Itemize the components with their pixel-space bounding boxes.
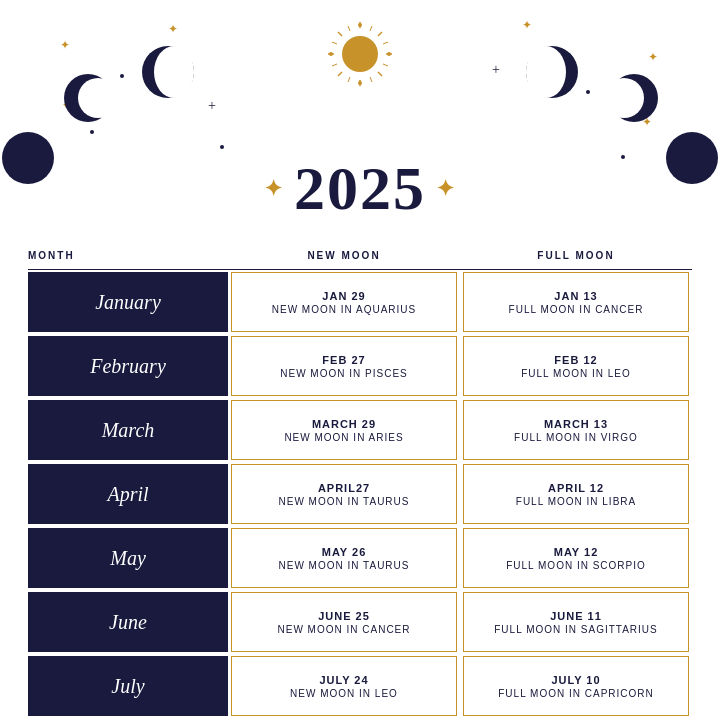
month-cell: June [28,592,228,652]
month-cell: May [28,528,228,588]
new-moon-date: APRIL27 [318,482,370,494]
full-moon-date: JAN 13 [554,290,597,302]
new-moon-cell: MAY 26 NEW MOON IN TAURUS [231,528,457,588]
new-moon-cell: APRIL27 NEW MOON IN TAURUS [231,464,457,524]
full-moon-sign: FULL MOON IN CANCER [509,304,644,315]
col-new-moon: NEW MOON [228,250,460,261]
full-moon-cell: APRIL 12 FULL MOON IN LIBRA [463,464,689,524]
svg-line-12 [378,72,382,76]
new-moon-sign: NEW MOON IN LEO [290,688,398,699]
new-moon-cell: JUNE 25 NEW MOON IN CANCER [231,592,457,652]
new-moon-sign: NEW MOON IN PISCES [280,368,407,379]
svg-point-23 [358,81,362,85]
full-moon-date: JUNE 11 [550,610,602,622]
month-cell: January [28,272,228,332]
title-dot-left: ✦ [264,176,284,202]
svg-point-0 [2,132,54,184]
svg-line-19 [348,77,350,82]
svg-line-16 [383,64,388,66]
svg-point-27 [526,46,566,98]
new-moon-date: FEB 27 [322,354,365,366]
svg-line-14 [383,42,388,44]
table-rows: January JAN 29 NEW MOON IN AQUARIUS JAN … [28,272,692,716]
svg-point-29 [604,78,644,118]
svg-line-20 [370,77,372,82]
month-cell: April [28,464,228,524]
title-dot-right: ✦ [436,176,456,202]
full-moon-date: MARCH 13 [544,418,608,430]
moon-calendar-table: MONTH NEW MOON FULL MOON January JAN 29 … [0,250,720,716]
table-row: June JUNE 25 NEW MOON IN CANCER JUNE 11 … [28,592,692,652]
year-number: 2025 [294,153,426,224]
svg-line-9 [338,32,342,36]
full-moon-cell: MARCH 13 FULL MOON IN VIRGO [463,400,689,460]
new-moon-sign: NEW MOON IN ARIES [284,432,403,443]
header: ✦ ✦ ✦ ✦ ✦ ✦ + + [0,0,720,240]
month-cell: February [28,336,228,396]
table-row: May MAY 26 NEW MOON IN TAURUS MAY 12 FUL… [28,528,692,588]
col-full-moon: FULL MOON [460,250,692,261]
new-moon-sign: NEW MOON IN TAURUS [279,560,410,571]
svg-line-10 [378,32,382,36]
svg-line-17 [348,26,350,31]
svg-line-11 [338,72,342,76]
full-moon-sign: FULL MOON IN LEO [521,368,631,379]
col-month: MONTH [28,250,228,261]
full-moon-sign: FULL MOON IN SCORPIO [506,560,646,571]
year-title: ✦ 2025 ✦ [264,153,456,224]
table-row: January JAN 29 NEW MOON IN AQUARIUS JAN … [28,272,692,332]
new-moon-cell: MARCH 29 NEW MOON IN ARIES [231,400,457,460]
full-moon-date: FEB 12 [554,354,597,366]
new-moon-sign: NEW MOON IN TAURUS [279,496,410,507]
full-moon-cell: JUNE 11 FULL MOON IN SAGITTARIUS [463,592,689,652]
svg-point-21 [342,36,378,72]
svg-line-15 [332,64,337,66]
full-moon-date: JULY 10 [551,674,600,686]
new-moon-date: JUNE 25 [318,610,370,622]
svg-line-13 [332,42,337,44]
full-moon-cell: JAN 13 FULL MOON IN CANCER [463,272,689,332]
full-moon-sign: FULL MOON IN VIRGO [514,432,638,443]
full-moon-date: MAY 12 [554,546,599,558]
full-moon-date: APRIL 12 [548,482,604,494]
full-moon-cell: JULY 10 FULL MOON IN CAPRICORN [463,656,689,716]
svg-point-4 [154,46,194,98]
svg-point-22 [358,23,362,27]
table-header: MONTH NEW MOON FULL MOON [28,250,692,270]
month-cell: July [28,656,228,716]
new-moon-cell: JULY 24 NEW MOON IN LEO [231,656,457,716]
table-row: February FEB 27 NEW MOON IN PISCES FEB 1… [28,336,692,396]
table-row: July JULY 24 NEW MOON IN LEO JULY 10 FUL… [28,656,692,716]
full-moon-sign: FULL MOON IN SAGITTARIUS [494,624,657,635]
new-moon-cell: JAN 29 NEW MOON IN AQUARIUS [231,272,457,332]
svg-point-30 [666,132,718,184]
table-row: March MARCH 29 NEW MOON IN ARIES MARCH 1… [28,400,692,460]
new-moon-sign: NEW MOON IN AQUARIUS [272,304,416,315]
new-moon-date: MAY 26 [322,546,367,558]
new-moon-date: JULY 24 [319,674,368,686]
full-moon-cell: FEB 12 FULL MOON IN LEO [463,336,689,396]
svg-point-25 [387,52,391,56]
month-cell: March [28,400,228,460]
full-moon-cell: MAY 12 FULL MOON IN SCORPIO [463,528,689,588]
new-moon-date: MARCH 29 [312,418,376,430]
table-row: April APRIL27 NEW MOON IN TAURUS APRIL 1… [28,464,692,524]
svg-point-2 [78,78,118,118]
new-moon-cell: FEB 27 NEW MOON IN PISCES [231,336,457,396]
full-moon-sign: FULL MOON IN CAPRICORN [498,688,654,699]
full-moon-sign: FULL MOON IN LIBRA [516,496,636,507]
new-moon-sign: NEW MOON IN CANCER [278,624,411,635]
new-moon-date: JAN 29 [322,290,365,302]
svg-line-18 [370,26,372,31]
svg-point-24 [329,52,333,56]
